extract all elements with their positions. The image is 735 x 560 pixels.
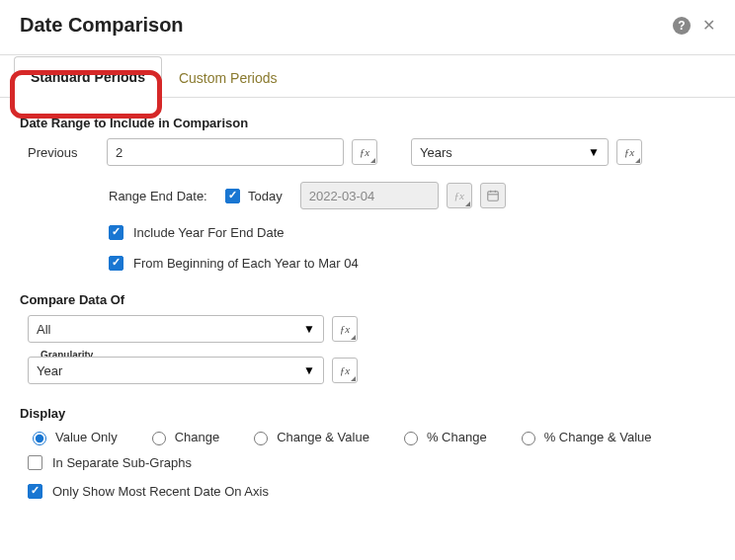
unit-select-value: Years: [420, 145, 452, 160]
radio-pct-change[interactable]: % Change: [399, 429, 487, 445]
fx-icon: ƒx: [447, 183, 472, 208]
radio-pct-change-value[interactable]: % Change & Value: [517, 429, 652, 445]
chevron-down-icon: ▼: [588, 145, 600, 159]
radio-value-only-input[interactable]: [33, 432, 46, 445]
radio-value-only-label: Value Only: [55, 430, 118, 444]
fx-icon[interactable]: ƒx: [352, 139, 377, 165]
svg-rect-0: [487, 192, 498, 200]
radio-change-value-label: Change & Value: [277, 430, 369, 444]
radio-change-value-input[interactable]: [254, 432, 268, 445]
fx-icon[interactable]: ƒx: [616, 139, 642, 165]
radio-pct-change-value-input[interactable]: [522, 432, 535, 445]
chevron-down-icon: ▼: [303, 363, 315, 377]
radio-value-only[interactable]: Value Only: [28, 429, 118, 445]
help-icon[interactable]: ?: [673, 17, 691, 35]
tab-standard-periods[interactable]: Standard Periods: [14, 56, 162, 98]
date-range-section-label: Date Range to Include in Comparison: [20, 116, 715, 130]
today-checkbox[interactable]: [225, 189, 240, 203]
display-section-label: Display: [20, 406, 715, 421]
radio-change[interactable]: Change: [147, 429, 220, 445]
separate-subgraphs-label: In Separate Sub-Graphs: [52, 455, 192, 470]
separate-subgraphs-checkbox[interactable]: [28, 455, 42, 470]
include-year-checkbox[interactable]: [109, 225, 123, 240]
radio-change-input[interactable]: [152, 432, 166, 445]
radio-pct-change-value-label: % Change & Value: [544, 430, 652, 444]
radio-change-value[interactable]: Change & Value: [249, 429, 369, 445]
radio-change-label: Change: [175, 430, 220, 444]
from-beginning-checkbox[interactable]: [109, 256, 123, 271]
previous-count-input[interactable]: [107, 138, 344, 166]
calendar-icon: [480, 183, 506, 208]
only-recent-checkbox[interactable]: [28, 484, 42, 499]
compare-data-section-label: Compare Data Of: [20, 292, 715, 307]
include-year-label: Include Year For End Date: [133, 225, 285, 240]
close-icon[interactable]: ✕: [702, 18, 715, 34]
compare-data-value: All: [37, 322, 50, 337]
radio-pct-change-input[interactable]: [404, 432, 418, 445]
unit-select[interactable]: Years ▼: [411, 138, 609, 166]
radio-pct-change-label: % Change: [427, 430, 487, 444]
granularity-select[interactable]: Year ▼: [28, 357, 324, 384]
fx-icon[interactable]: ƒx: [332, 316, 358, 342]
range-end-date-label: Range End Date:: [109, 189, 217, 203]
today-label: Today: [248, 189, 283, 203]
tab-custom-periods[interactable]: Custom Periods: [162, 56, 294, 98]
granularity-value: Year: [37, 363, 62, 378]
compare-data-select[interactable]: All ▼: [28, 315, 324, 343]
previous-label: Previous: [20, 145, 99, 160]
range-end-date-input: [300, 182, 439, 209]
page-title: Date Comparison: [20, 14, 673, 37]
only-recent-label: Only Show Most Recent Date On Axis: [52, 484, 269, 499]
from-beginning-label: From Beginning of Each Year to Mar 04: [133, 256, 359, 271]
chevron-down-icon: ▼: [303, 322, 315, 336]
fx-icon[interactable]: ƒx: [332, 358, 358, 383]
